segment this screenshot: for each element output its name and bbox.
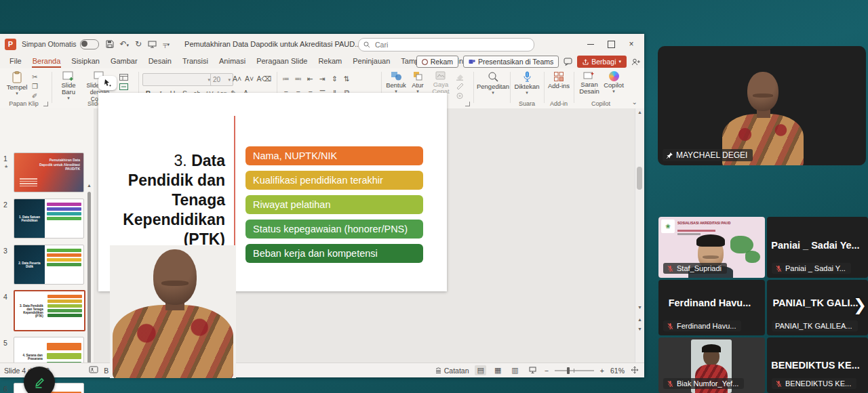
participant-tile-paniai-sadai[interactable]: Paniai _ Sadai Ye... Paniai _ Sadai Y...	[767, 217, 868, 278]
group-label-voice: Suara	[517, 100, 537, 107]
design-ideas-button[interactable]: Saran Desain	[577, 71, 601, 95]
tab-sisipkan[interactable]: Sisipkan	[66, 55, 105, 68]
fit-to-window-icon[interactable]	[631, 366, 639, 375]
tab-transisi[interactable]: Transisi	[177, 55, 214, 68]
slide-thumbnail-4-selected[interactable]: 3. Data Pendidik dan Tenaga Kependidikan…	[14, 290, 85, 331]
search-input[interactable]	[374, 40, 512, 49]
collapse-ribbon-icon[interactable]: ⌄	[632, 98, 637, 106]
tab-rekam[interactable]: Rekam	[313, 55, 347, 68]
drawing-dialog-launcher[interactable]	[465, 102, 470, 106]
previous-slide-icon[interactable]: ▲	[637, 317, 642, 322]
participant-tile-biak-numfor[interactable]: Biak Numfor_Yef...	[658, 337, 765, 393]
clipboard-dialog-launcher[interactable]	[43, 102, 48, 106]
participant-tile-staf-supriadi[interactable]: ❀ SOSIALISASI AKREDITASI PAUD Staf_Supri…	[658, 217, 765, 278]
reading-view-icon[interactable]: ▥	[509, 365, 520, 375]
participant-hair	[696, 234, 725, 247]
maximize-button[interactable]	[601, 34, 621, 54]
tab-peragaan-slide[interactable]: Peragaan Slide	[251, 55, 313, 68]
scroll-down-icon[interactable]: ▼	[637, 305, 642, 310]
present-in-teams-button[interactable]: Presentasikan di Teams	[463, 56, 559, 68]
new-slide-button[interactable]: Slide Baru▾	[56, 71, 81, 100]
format-painter-icon[interactable]: ✐	[32, 91, 43, 100]
dictate-button[interactable]: Diktekan▾	[513, 71, 540, 94]
font-name-select[interactable]: ▾	[142, 73, 213, 86]
minimize-button[interactable]	[580, 34, 601, 54]
record-button[interactable]: Rekam	[416, 56, 458, 68]
next-slide-icon[interactable]: ▼	[637, 327, 642, 331]
participant-tile-benediktus[interactable]: BENEDIKTUS KE... BENEDIKTUS KE...	[767, 337, 868, 393]
addins-button[interactable]: Add-ins	[547, 71, 570, 89]
decrease-indent-icon[interactable]: ⇤	[305, 73, 315, 83]
presenter-pointer-button[interactable]	[98, 76, 117, 90]
autosave-control[interactable]: Simpan Otomatis	[22, 39, 99, 49]
tab-gambar[interactable]: Gambar	[105, 55, 143, 68]
decrease-font-icon[interactable]: A˅	[244, 73, 254, 83]
clear-format-icon[interactable]: A⌫	[259, 73, 269, 83]
tab-animasi[interactable]: Animasi	[214, 55, 251, 68]
numbered-list-icon[interactable]: ≕	[293, 73, 303, 83]
font-size-select[interactable]: 20▾	[210, 73, 233, 86]
shape-effects-icon[interactable]	[456, 91, 467, 100]
slide-sorter-view-icon[interactable]: ▦	[492, 365, 503, 375]
paste-button[interactable]: Tempel▾	[4, 71, 30, 95]
more-participants-chevron[interactable]: ❯	[853, 297, 867, 313]
arrange-button[interactable]: Atur▾	[408, 71, 427, 93]
redo-icon[interactable]: ↻	[135, 39, 142, 49]
accessibility-check-icon[interactable]	[89, 366, 98, 375]
zoom-out-icon[interactable]: −	[545, 367, 549, 375]
tab-desain[interactable]: Desain	[143, 55, 177, 68]
new-slide-icon	[62, 71, 75, 81]
autosave-label: Simpan Otomatis	[22, 40, 77, 48]
zoom-slider[interactable]	[555, 370, 594, 371]
paragraph-row1: ≔ ≕ ⇤ ⇥ ⇕ ⇅	[281, 73, 352, 83]
increase-indent-icon[interactable]: ⇥	[317, 73, 328, 83]
tab-beranda[interactable]: Beranda	[27, 55, 66, 68]
copy-icon[interactable]: ❐	[32, 82, 43, 91]
add-people-icon[interactable]	[631, 58, 640, 66]
copilot-button[interactable]: Copilot▾	[603, 71, 625, 93]
slideshow-view-icon[interactable]	[527, 366, 538, 375]
participant-name-tag: BENEDIKTUS KE...	[772, 378, 856, 389]
tab-file[interactable]: File	[4, 55, 27, 68]
undo-icon[interactable]: ↶▾	[120, 39, 130, 49]
increase-font-icon[interactable]: A˄	[232, 73, 242, 83]
slide-thumbnail-3[interactable]: 2. Data Peserta Didik	[14, 245, 84, 285]
teams-icon	[469, 58, 475, 65]
comments-icon[interactable]	[564, 58, 572, 66]
autosave-toggle[interactable]	[80, 39, 99, 49]
zoom-level[interactable]: 61%	[610, 367, 625, 375]
scroll-up-icon[interactable]: ▲	[87, 183, 92, 188]
shapes-button[interactable]: Bentuk▾	[385, 71, 407, 93]
slide-thumbnail-1[interactable]: Pemutakhiran Data Dapodik untuk Akredita…	[14, 152, 84, 192]
slide-thumbnail-2[interactable]: 1. Data Satuan Pendidikan	[14, 199, 84, 239]
search-box[interactable]	[358, 38, 534, 51]
cut-icon[interactable]: ✂	[32, 73, 43, 81]
vertical-scrollbar[interactable]: ▲ ▼ ▲ ▼	[635, 108, 644, 363]
zoom-in-icon[interactable]: +	[600, 367, 604, 375]
bullet-list-icon[interactable]: ≔	[281, 73, 291, 83]
participant-center-name: BENEDIKTUS KE...	[767, 360, 864, 371]
reset-slide-icon[interactable]	[119, 82, 130, 91]
text-direction-icon[interactable]: ⇅	[342, 73, 352, 83]
notes-icon	[435, 367, 442, 374]
shape-fill-icon[interactable]	[456, 73, 467, 81]
shape-outline-icon[interactable]	[456, 82, 467, 91]
editing-button[interactable]: Pengeditan▾	[477, 71, 509, 94]
line-spacing-icon[interactable]: ⇕	[330, 73, 340, 83]
notes-button[interactable]: Catatan	[435, 367, 469, 375]
annotation-pencil-button[interactable]	[24, 367, 55, 393]
scrollbar-thumb[interactable]	[637, 167, 642, 190]
tab-peninjauan[interactable]: Peninjauan	[347, 55, 395, 68]
participant-tile-maychael[interactable]: MAYCHAEL DEGEI	[658, 46, 866, 165]
zoom-slider-knob[interactable]	[567, 367, 570, 374]
status-language-hint[interactable]: B	[104, 367, 108, 375]
customize-qat-icon[interactable]: ╤▾	[163, 41, 170, 47]
normal-view-icon[interactable]: ▤	[475, 365, 486, 375]
start-slideshow-icon[interactable]	[148, 41, 157, 48]
save-icon[interactable]	[106, 40, 114, 48]
scroll-up-icon[interactable]: ▲	[637, 110, 642, 115]
share-button[interactable]: Berbagi▾	[577, 56, 627, 68]
participant-tile-ferdinand[interactable]: Ferdinand Havu... Ferdinand Havu...	[658, 280, 765, 335]
layout-icon[interactable]	[119, 73, 130, 81]
close-button[interactable]: ×	[621, 34, 642, 54]
